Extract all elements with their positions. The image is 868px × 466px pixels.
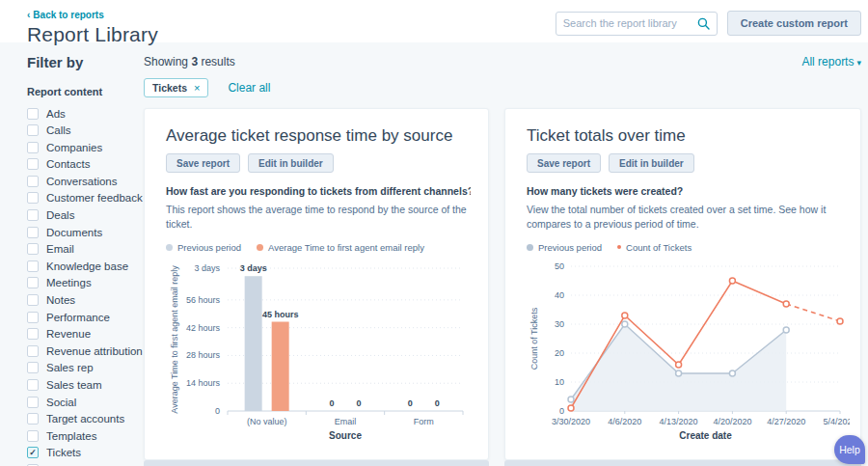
filter-item-label: Performance xyxy=(46,312,110,323)
report-question: How many tickets were created? xyxy=(527,185,843,197)
checkbox-icon[interactable] xyxy=(27,379,39,391)
filter-item-tickets[interactable]: ✓Tickets xyxy=(27,447,144,459)
checkbox-icon[interactable] xyxy=(27,277,39,288)
chart-legend: Previous periodAverage Time to first age… xyxy=(166,241,471,253)
checkbox-icon[interactable] xyxy=(27,397,39,408)
svg-text:4/27/2020: 4/27/2020 xyxy=(767,417,805,426)
filter-item-target-accounts[interactable]: Target accounts xyxy=(27,413,144,425)
filter-item-notes[interactable]: Notes xyxy=(27,294,144,307)
filter-item-companies[interactable]: Companies xyxy=(27,141,144,153)
filter-item-performance[interactable]: Performance xyxy=(27,311,144,323)
legend-item[interactable]: Average Time to first agent email reply xyxy=(257,242,424,253)
filter-item-conversations[interactable]: Conversations xyxy=(27,175,144,187)
checkbox-icon[interactable] xyxy=(27,294,39,306)
filter-item-customer-feedback[interactable]: Customer feedback xyxy=(27,192,144,205)
filter-item-label: Target accounts xyxy=(46,413,124,425)
filter-item-email[interactable]: Email xyxy=(27,243,144,256)
checkbox-icon[interactable] xyxy=(27,328,39,340)
svg-text:28 hours: 28 hours xyxy=(186,351,221,361)
filter-item-documents[interactable]: Documents xyxy=(27,226,144,238)
next-row-card-tops xyxy=(144,460,861,466)
filter-item-label: Conversations xyxy=(46,176,118,187)
bar-chart: 3 days56 hours42 hours28 hours14 hours0(… xyxy=(166,255,471,457)
all-reports-dropdown[interactable]: All reports▾ xyxy=(801,55,861,69)
next-card-top xyxy=(144,460,489,466)
checkbox-icon[interactable] xyxy=(27,192,39,204)
legend-label: Count of Tickets xyxy=(626,242,692,253)
filter-item-revenue-attribution[interactable]: Revenue attribution xyxy=(27,344,144,357)
checkbox-icon[interactable] xyxy=(27,209,39,221)
checkbox-icon[interactable] xyxy=(27,430,39,442)
svg-text:40: 40 xyxy=(555,290,564,300)
report-content-label: Report content xyxy=(27,86,144,97)
checkbox-icon[interactable] xyxy=(27,312,39,323)
filter-item-revenue[interactable]: Revenue xyxy=(27,328,144,341)
svg-text:0: 0 xyxy=(329,398,334,408)
checkbox-icon[interactable] xyxy=(27,176,39,187)
legend-item[interactable]: Previous period xyxy=(527,242,602,253)
save-report-button[interactable]: Save report xyxy=(166,153,240,173)
filter-item-contacts[interactable]: Contacts xyxy=(27,158,144,171)
chevron-left-icon: ‹ xyxy=(27,10,30,20)
filter-item-social[interactable]: Social xyxy=(27,396,144,408)
filter-item-label: Deals xyxy=(46,209,74,221)
filter-item-sales-team[interactable]: Sales team xyxy=(27,379,144,392)
report-card-avg-response-time: Average ticket response time by source S… xyxy=(144,108,489,460)
checkbox-icon[interactable] xyxy=(27,108,39,120)
legend-ring-icon xyxy=(617,245,621,249)
edit-in-builder-button[interactable]: Edit in builder xyxy=(248,153,334,173)
filter-item-deals[interactable]: Deals xyxy=(27,209,144,222)
filter-item-label: Templates xyxy=(46,430,96,442)
legend-label: Previous period xyxy=(177,242,241,253)
filter-item-label: Social xyxy=(46,397,76,408)
filter-item-label: Email xyxy=(46,243,74,255)
checkbox-icon[interactable] xyxy=(27,227,39,238)
showing-results-text: Showing 3 results xyxy=(144,55,235,69)
svg-text:5/4/2020: 5/4/2020 xyxy=(823,417,850,426)
svg-text:42 hours: 42 hours xyxy=(186,323,221,333)
filter-item-label: Meetings xyxy=(46,277,92,288)
search-icon[interactable] xyxy=(697,17,710,30)
legend-item[interactable]: Previous period xyxy=(166,242,241,253)
save-report-button[interactable]: Save report xyxy=(527,153,601,173)
remove-filter-icon[interactable]: × xyxy=(194,82,200,94)
filter-item-label: Notes xyxy=(46,294,75,306)
checkbox-icon[interactable] xyxy=(27,158,39,170)
active-filters-row: Tickets× Clear all xyxy=(144,77,861,98)
clear-all-link[interactable]: Clear all xyxy=(228,81,270,95)
checkbox-icon[interactable] xyxy=(27,362,39,373)
filter-item-sales-rep[interactable]: Sales rep xyxy=(27,362,144,374)
svg-text:Source: Source xyxy=(329,430,362,441)
svg-text:0: 0 xyxy=(435,398,440,408)
help-button[interactable]: Help xyxy=(834,435,865,464)
svg-text:0: 0 xyxy=(408,398,413,408)
checkbox-icon[interactable] xyxy=(27,413,39,425)
create-custom-report-button[interactable]: Create custom report xyxy=(727,11,861,36)
checkbox-icon[interactable] xyxy=(27,243,39,255)
svg-text:30: 30 xyxy=(555,319,564,329)
report-search-box[interactable] xyxy=(556,12,718,36)
results-bar: Showing 3 results All reports▾ xyxy=(144,54,861,69)
checkbox-icon[interactable] xyxy=(27,142,39,153)
filter-item-label: Tickets xyxy=(46,447,81,458)
filter-item-knowledge-base[interactable]: Knowledge base xyxy=(27,260,144,272)
filter-item-label: Ads xyxy=(46,108,66,120)
filter-item-calls[interactable]: Calls xyxy=(27,124,144,137)
filter-item-meetings[interactable]: Meetings xyxy=(27,277,144,289)
checkbox-icon[interactable] xyxy=(27,124,39,136)
back-to-reports-link[interactable]: ‹Back to reports xyxy=(27,10,104,20)
report-card-title: Average ticket response time by source xyxy=(166,126,471,146)
checkbox-icon[interactable] xyxy=(27,260,39,272)
filter-item-ads[interactable]: Ads xyxy=(27,107,144,120)
search-input[interactable] xyxy=(563,17,697,29)
checkbox-icon[interactable] xyxy=(27,345,39,357)
filter-by-heading: Filter by xyxy=(27,54,144,70)
edit-in-builder-button[interactable]: Edit in builder xyxy=(609,153,694,173)
filter-item-templates[interactable]: Templates xyxy=(27,429,144,442)
checkbox-checked-icon[interactable]: ✓ xyxy=(27,447,39,458)
legend-item[interactable]: Count of Tickets xyxy=(617,242,692,253)
header-actions: Create custom report xyxy=(556,11,861,36)
filter-tag-tickets[interactable]: Tickets× xyxy=(144,78,208,97)
svg-text:0: 0 xyxy=(215,406,220,416)
report-description: This report shows the average time to re… xyxy=(166,203,471,232)
